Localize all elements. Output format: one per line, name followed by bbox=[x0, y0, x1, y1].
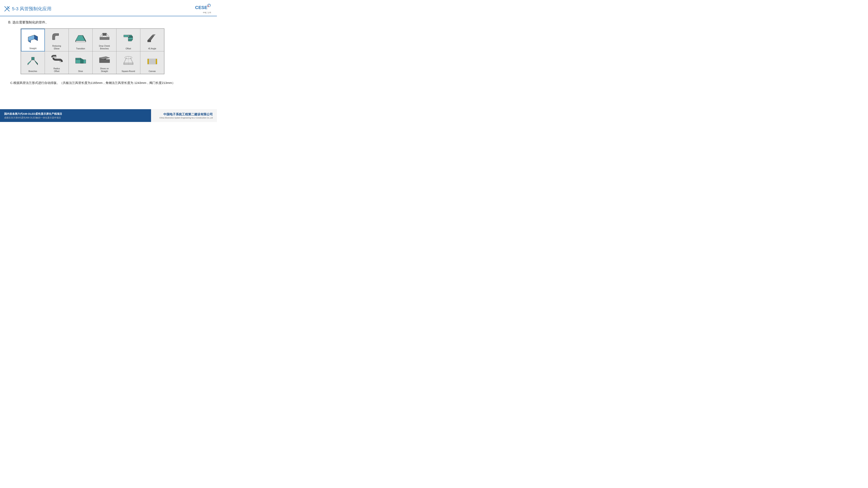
radius-offset-icon-area bbox=[46, 53, 68, 66]
canvas-icon bbox=[146, 56, 159, 67]
svg-marker-9 bbox=[28, 35, 34, 41]
footer-left: 国内首条第六代AM-OLED柔性显示屏生产线项目 成都京东方第6代柔性AM-OL… bbox=[0, 109, 151, 122]
svg-line-47 bbox=[124, 58, 127, 63]
drop-cheek-label: Drop CheekBreeches bbox=[99, 45, 110, 50]
svg-marker-40 bbox=[75, 58, 81, 60]
svg-marker-26 bbox=[128, 35, 133, 37]
breeches-icon bbox=[27, 56, 39, 67]
straight-icon-area bbox=[22, 31, 43, 46]
duct-grid-row2: Breeches RadiusOffset bbox=[21, 52, 164, 74]
straight-icon bbox=[27, 33, 39, 44]
offset-label: Offset bbox=[126, 47, 131, 50]
shoe-icon-area bbox=[69, 53, 92, 69]
transition-label: Transition bbox=[76, 47, 85, 50]
duct-cell-radius-offset[interactable]: RadiusOffset bbox=[45, 52, 69, 74]
angle45-icon-area bbox=[141, 30, 163, 46]
breeches-icon-area bbox=[22, 53, 44, 69]
svg-marker-34 bbox=[31, 57, 34, 60]
radius-offset-label: RadiusOffset bbox=[54, 67, 60, 73]
straight-label: Straight bbox=[29, 47, 36, 50]
page-title: 5-3 风管预制化应用 bbox=[12, 6, 52, 12]
page-header: 5-3 风管预制化应用 CESE 2 中电二公司 bbox=[0, 0, 217, 16]
canvas-icon-area bbox=[141, 53, 163, 69]
svg-marker-42 bbox=[99, 59, 110, 63]
drop-cheek-icon-area bbox=[93, 30, 116, 44]
section-icon bbox=[4, 6, 10, 12]
shoes-straight-label: Shoes onStraight bbox=[100, 67, 108, 73]
logo: CESE 2 中电二公司 bbox=[195, 4, 211, 14]
svg-marker-41 bbox=[81, 58, 83, 63]
svg-marker-29 bbox=[128, 39, 133, 41]
drop-cheek-icon bbox=[98, 31, 111, 43]
shoes-straight-icon bbox=[98, 54, 111, 65]
footer-company-name: 中国电子系统工程第二建设有限公司 bbox=[163, 112, 213, 117]
radius-offset-icon bbox=[51, 54, 63, 65]
svg-rect-56 bbox=[156, 59, 157, 64]
duct-cell-offset[interactable]: Offset bbox=[117, 29, 141, 52]
duct-cell-breeches[interactable]: Breeches bbox=[21, 52, 45, 74]
shoes-straight-icon-area bbox=[93, 53, 116, 66]
reducing-elbow-icon-area bbox=[46, 30, 68, 44]
duct-grid: Straight ReducingElbow bbox=[21, 29, 164, 52]
svg-line-48 bbox=[130, 58, 133, 63]
main-content: B. 选出需要预制化的管件。 Straight bbox=[0, 16, 217, 88]
cese-logo: CESE 2 bbox=[195, 4, 211, 11]
footer: 国内首条第六代AM-OLED柔性显示屏生产线项目 成都京东方第6代柔性AM-OL… bbox=[0, 109, 217, 122]
duct-cell-reducing-elbow[interactable]: ReducingElbow bbox=[45, 29, 69, 52]
square-round-icon-area bbox=[117, 53, 139, 69]
angle45-icon bbox=[146, 33, 159, 44]
svg-marker-35 bbox=[28, 60, 31, 65]
footer-company-en: China Electronics System Engineering No.… bbox=[159, 117, 213, 119]
breeches-label: Breeches bbox=[28, 70, 37, 73]
svg-marker-27 bbox=[128, 37, 133, 39]
shoe-label: Shoe bbox=[78, 70, 83, 73]
svg-line-20 bbox=[106, 33, 109, 37]
svg-marker-28 bbox=[128, 37, 133, 37]
svg-marker-25 bbox=[124, 35, 128, 37]
duct-cell-canvas[interactable]: Canvas bbox=[141, 52, 164, 74]
section-c-text: C.根据风管法兰形式进行自动排版。（共板法兰风管长度为1165mm，角钢法兰风管… bbox=[10, 81, 175, 85]
square-round-label: Square-Round bbox=[122, 70, 135, 73]
reducing-elbow-icon bbox=[51, 31, 63, 43]
svg-marker-31 bbox=[148, 40, 151, 42]
svg-marker-36 bbox=[34, 60, 38, 65]
duct-cell-shoe[interactable]: Shoe bbox=[69, 52, 93, 74]
footer-project-name: 国内首条第六代AM-OLED柔性显示屏生产线项目 bbox=[4, 112, 147, 116]
svg-text:CESE: CESE bbox=[195, 5, 208, 10]
duct-cell-transition[interactable]: Transition bbox=[69, 29, 93, 52]
transition-icon bbox=[74, 33, 87, 44]
logo-subtitle: 中电二公司 bbox=[203, 11, 211, 14]
svg-rect-55 bbox=[148, 59, 149, 64]
shoe-icon bbox=[74, 56, 87, 67]
duct-cell-square-round[interactable]: Square-Round bbox=[117, 52, 141, 74]
footer-right: 中国电子系统工程第二建设有限公司 China Electronics Syste… bbox=[151, 109, 217, 122]
duct-cell-drop-cheek[interactable]: Drop CheekBreeches bbox=[93, 29, 117, 52]
svg-line-18 bbox=[100, 33, 103, 37]
header-left: 5-3 风管预制化应用 bbox=[4, 6, 52, 12]
offset-icon-area bbox=[117, 30, 139, 46]
svg-marker-30 bbox=[148, 36, 154, 40]
section-b-label: B. 选出需要预制化的管件。 bbox=[8, 20, 209, 25]
section-c: C.根据风管法兰形式进行自动排版。（共板法兰风管长度为1165mm，角钢法兰风管… bbox=[8, 80, 209, 86]
svg-marker-8 bbox=[34, 35, 38, 41]
duct-cell-straight[interactable]: Straight bbox=[21, 29, 45, 52]
transition-icon-area bbox=[69, 30, 92, 46]
reducing-elbow-label: ReducingElbow bbox=[52, 45, 61, 50]
duct-cell-shoes-straight[interactable]: Shoes onStraight bbox=[93, 52, 117, 74]
offset-icon bbox=[122, 33, 135, 44]
canvas-label: Canvas bbox=[149, 70, 156, 73]
duct-grid-wrapper: Straight ReducingElbow bbox=[21, 28, 164, 74]
svg-marker-32 bbox=[152, 35, 155, 36]
svg-marker-22 bbox=[100, 37, 109, 40]
square-round-icon bbox=[122, 56, 135, 67]
angle45-label: 45 Angle bbox=[148, 47, 156, 50]
footer-project-sub: 成都京东方第6代柔性AM-OLED触控一体化显示器件项目 bbox=[4, 116, 147, 119]
duct-cell-45angle[interactable]: 45 Angle bbox=[141, 29, 164, 52]
